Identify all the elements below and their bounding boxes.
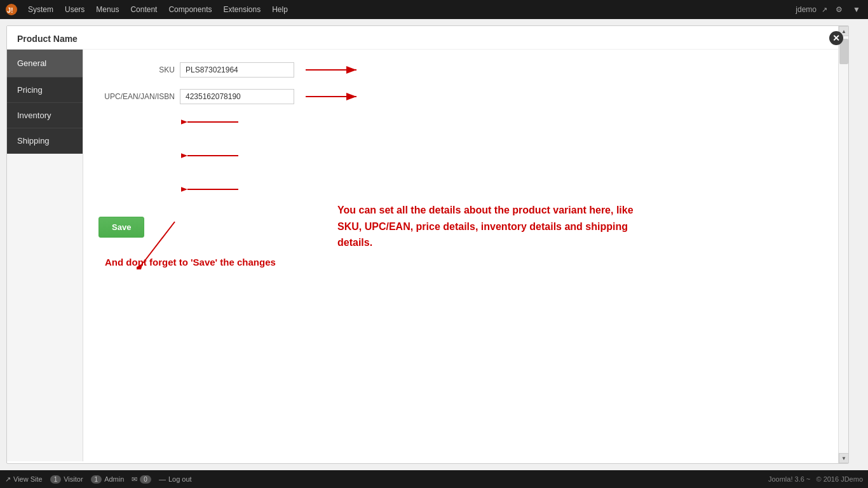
sidebar-tab-pricing[interactable]: Pricing <box>7 78 83 103</box>
inventory-left-arrow <box>181 149 245 162</box>
sku-label: SKU <box>98 65 175 74</box>
top-menu: System Users Menus Content Components Ex… <box>23 3 793 17</box>
sidebar-tab-shipping[interactable]: Shipping <box>7 128 83 154</box>
product-panel: ▲ ▼ ✕ Product Name General Pricing Inven… <box>6 25 849 464</box>
close-button[interactable]: ✕ <box>829 31 843 45</box>
sidebar-tab-general[interactable]: General <box>7 50 83 78</box>
topbar-gear-icon[interactable]: ⚙ <box>832 3 845 16</box>
statusbar-messages: ✉ 0 <box>132 475 151 484</box>
pricing-arrow-area <box>181 116 833 130</box>
menu-help[interactable]: Help <box>267 3 293 17</box>
shipping-arrow-area <box>181 183 833 198</box>
sku-row: SKU <box>98 62 833 78</box>
menu-menus[interactable]: Menus <box>91 3 124 17</box>
sidebar-tab-inventory[interactable]: Inventory <box>7 103 83 128</box>
save-annotation-area: And dont forget to 'Save' the changes <box>105 257 833 268</box>
upc-row: UPC/EAN/JAN/ISBN <box>98 89 833 104</box>
joomla-logo: J! <box>5 3 18 16</box>
topbar-right: jdemo ↗ ⚙ ▼ <box>796 3 863 16</box>
save-annotation-text: And dont forget to 'Save' the changes <box>105 257 833 268</box>
viewsite-icon: ↗ <box>5 475 11 484</box>
upc-input[interactable] <box>180 89 294 104</box>
sku-input[interactable] <box>180 62 294 78</box>
panel-sidebar: General Pricing Inventory Shipping <box>7 50 83 461</box>
topbar: J! System Users Menus Content Components… <box>0 0 868 19</box>
upc-label: UPC/EAN/JAN/ISBN <box>98 92 175 101</box>
statusbar: ↗ View Site 1 Visitor 1 Admin ✉ 0 — Log … <box>0 470 868 488</box>
statusbar-viewsite[interactable]: ↗ View Site <box>5 475 43 484</box>
inventory-arrow-area <box>181 149 833 164</box>
svg-line-13 <box>143 222 175 263</box>
menu-system[interactable]: System <box>23 3 58 17</box>
topbar-dropdown-icon[interactable]: ▼ <box>850 3 863 16</box>
main-area: ▲ ▼ ✕ Product Name General Pricing Inven… <box>0 19 868 470</box>
svg-text:J!: J! <box>7 6 13 14</box>
panel-header: Product Name <box>7 26 848 50</box>
panel-content: SKU UPC/EAN/JAN/ISBN <box>83 50 848 461</box>
logout-dash: — <box>159 475 166 483</box>
menu-extensions[interactable]: Extensions <box>218 3 266 17</box>
message-icon: ✉ <box>132 475 137 484</box>
statusbar-visitor: 1 Visitor <box>50 475 83 484</box>
sku-arrow <box>299 64 363 76</box>
shipping-left-arrow <box>181 183 245 196</box>
menu-components[interactable]: Components <box>163 3 217 17</box>
info-text: You can set all the details about the pr… <box>337 202 655 251</box>
menu-users[interactable]: Users <box>60 3 90 17</box>
admin-badge: 1 <box>91 475 102 484</box>
panel-body: General Pricing Inventory Shipping SKU <box>7 50 848 461</box>
statusbar-admin: 1 Admin <box>91 475 125 484</box>
upc-arrow <box>299 90 363 103</box>
save-arrow-svg <box>137 219 187 269</box>
panel-title: Product Name <box>17 34 78 44</box>
menu-content[interactable]: Content <box>125 3 162 17</box>
topbar-username[interactable]: jdemo <box>796 5 817 14</box>
statusbar-logout[interactable]: — Log out <box>159 475 192 483</box>
visitor-badge: 1 <box>50 475 62 484</box>
statusbar-version: Joomla! 3.6 ~ © 2016 JDemo <box>768 475 863 483</box>
pricing-left-arrow <box>181 116 245 128</box>
message-badge: 0 <box>140 475 151 484</box>
